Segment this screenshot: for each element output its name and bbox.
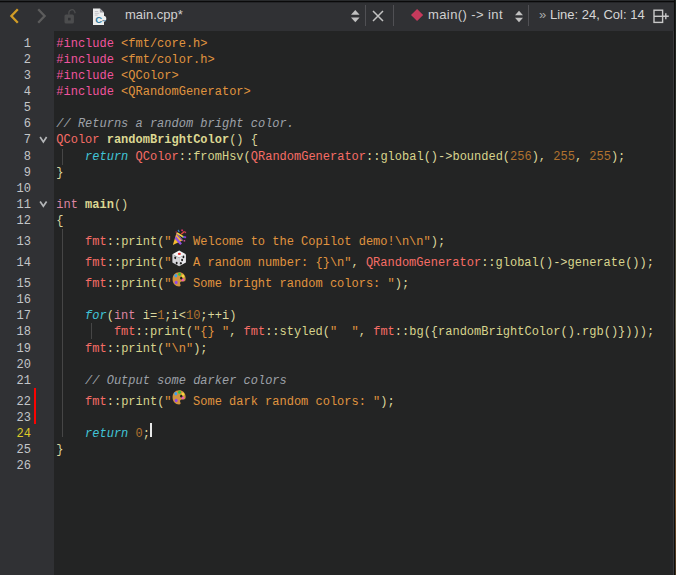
svg-text:↔: ↔ — [101, 15, 109, 24]
